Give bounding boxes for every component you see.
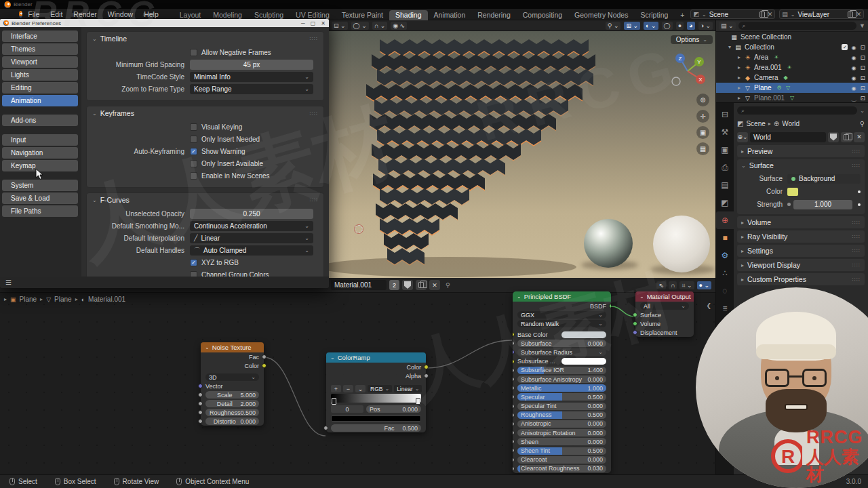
default-handles-dropdown[interactable]: ⌒Auto Clamped⌄ bbox=[190, 245, 313, 256]
node-noise-texture[interactable]: ⌄ Noise Texture Fac Color 3D⌄ bbox=[201, 342, 264, 426]
value-slider[interactable]: Sheen Tint 0.500 bbox=[517, 447, 606, 455]
new-copy-button[interactable] bbox=[841, 132, 852, 142]
material-name-field[interactable]: Material.001 bbox=[331, 280, 387, 290]
fake-user-shield-button[interactable] bbox=[828, 132, 839, 142]
collection-checkbox[interactable]: ✓ bbox=[842, 44, 848, 50]
snap-magnet-icon[interactable]: ∩ bbox=[669, 281, 677, 289]
input-socket[interactable] bbox=[513, 394, 515, 399]
sidebar-item[interactable]: Editing bbox=[2, 82, 78, 94]
collapsed-panel[interactable]: ▸ Viewport Display ∷∷ bbox=[737, 259, 865, 271]
sidebar-item[interactable]: Themes bbox=[2, 43, 78, 55]
shading-solid-button[interactable]: ● bbox=[676, 22, 684, 30]
disclosure-triangle-icon[interactable]: ▸ bbox=[735, 95, 743, 101]
color-swatch[interactable] bbox=[561, 331, 606, 338]
tab-particles[interactable]: ∴ bbox=[716, 264, 734, 282]
proportional-edit-icon[interactable]: ◉ ∿ bbox=[391, 22, 407, 30]
animate-dot[interactable] bbox=[858, 203, 861, 206]
collapsed-panel[interactable]: ▸ Volume ∷∷ bbox=[737, 216, 865, 228]
target-dropdown[interactable]: All⌄ bbox=[640, 302, 689, 310]
input-socket[interactable] bbox=[323, 426, 328, 430]
input-socket[interactable] bbox=[513, 341, 515, 346]
timecode-style-dropdown[interactable]: Minimal Info⌄ bbox=[190, 72, 313, 82]
tab-object[interactable]: ■ bbox=[716, 229, 734, 247]
output-socket[interactable] bbox=[424, 373, 429, 378]
input-socket[interactable] bbox=[513, 404, 515, 409]
preview-shading-icon[interactable]: ● ⌄ bbox=[697, 281, 711, 289]
eye-icon[interactable] bbox=[851, 64, 860, 71]
workspace-tab[interactable]: Scripting bbox=[634, 10, 674, 20]
camera-visibility-icon[interactable] bbox=[860, 64, 865, 71]
interpolation-dropdown[interactable]: Linear⌄ bbox=[394, 385, 422, 392]
fake-user-shield-button[interactable] bbox=[402, 280, 413, 290]
sidebar-item[interactable]: Add-ons bbox=[2, 115, 78, 126]
dimensions-dropdown[interactable]: 3D⌄ bbox=[205, 373, 259, 381]
output-socket[interactable] bbox=[262, 354, 267, 359]
allow-negative-frames-checkbox[interactable] bbox=[190, 49, 197, 56]
sidebar-item[interactable]: Animation bbox=[2, 95, 78, 106]
sidebar-item[interactable]: System bbox=[2, 180, 78, 191]
tab-render[interactable]: ▣ bbox=[716, 141, 734, 159]
color-mode-dropdown[interactable]: RGB⌄ bbox=[368, 385, 392, 392]
outliner-row[interactable]: ▸ Camera ◆ ✓ bbox=[716, 73, 868, 83]
input-socket[interactable] bbox=[198, 384, 203, 388]
collapse-icon[interactable]: ⌄ bbox=[517, 293, 521, 300]
default-smoothing-dropdown[interactable]: Continuous Acceleration⌄ bbox=[190, 221, 313, 231]
viewport-3d[interactable]: Options⌄ Z Y X ⊕ ✛ ▣ ▦ bbox=[329, 31, 715, 278]
tab-tool[interactable]: ⚒ bbox=[716, 123, 734, 141]
show-warning-checkbox[interactable]: ✓ bbox=[190, 148, 197, 155]
menu-item[interactable]: Help bbox=[138, 9, 164, 20]
value-slider[interactable]: Scale5.000 bbox=[205, 391, 259, 399]
value-slider[interactable]: Sheen 0.000 bbox=[517, 438, 606, 445]
camera-visibility-icon[interactable] bbox=[860, 54, 865, 61]
panel-surface-header[interactable]: ⌄ Surface ∷∷ bbox=[737, 159, 865, 171]
input-socket[interactable] bbox=[513, 386, 515, 390]
input-socket[interactable] bbox=[198, 392, 203, 397]
position-slider[interactable]: Pos0.000 bbox=[366, 405, 421, 413]
sidebar-item[interactable]: Save & Load bbox=[2, 192, 78, 204]
copy-icon[interactable] bbox=[760, 12, 765, 18]
output-socket[interactable] bbox=[609, 304, 611, 308]
menu-item[interactable]: File bbox=[22, 9, 45, 20]
menu-item[interactable]: Window bbox=[102, 9, 138, 20]
overlay-grid-icon[interactable]: ⌗ ⌄ bbox=[679, 281, 694, 289]
surface-shader-button[interactable]: Background bbox=[787, 174, 861, 184]
ramp-handle-left[interactable] bbox=[332, 398, 336, 405]
value-slider[interactable]: Subsurface 0.000 bbox=[517, 340, 606, 347]
hamburger-menu-icon[interactable]: ☰ bbox=[5, 279, 12, 286]
node-header[interactable]: ⌄ Material Output bbox=[635, 291, 694, 302]
snap-magnet-icon[interactable]: ∩ ⌄ bbox=[372, 22, 388, 30]
maximize-button[interactable]: ▢ bbox=[311, 20, 316, 26]
shader-editor[interactable]: Material.001 2 ✕ ⚲ ⇖ ∩ ⌗ ⌄ ● ⌄ ▸ ▣ Plane… bbox=[0, 278, 715, 474]
breadcrumb-scene[interactable]: Scene bbox=[746, 120, 765, 127]
section-header[interactable]: ⌄F-Curves ∷∷ bbox=[87, 193, 323, 207]
value-slider[interactable]: Metallic 1.000 bbox=[517, 384, 606, 392]
input-socket[interactable] bbox=[513, 439, 515, 444]
tab-world[interactable]: ⊕ bbox=[716, 211, 734, 229]
pin-icon[interactable]: ⚲ bbox=[860, 120, 865, 127]
options-button[interactable]: Options⌄ bbox=[671, 35, 713, 44]
close-icon[interactable]: ✕ bbox=[768, 11, 773, 18]
workspace-tab[interactable]: Geometry Nodes bbox=[568, 10, 634, 20]
fac-slider[interactable]: Fac0.500 bbox=[331, 424, 421, 432]
snap-target-icon[interactable]: ⇖ bbox=[656, 281, 666, 289]
node-principled-bsdf[interactable]: ⌄ Principled BSDF BSDF GGX⌄ Random Walk⌄… bbox=[513, 291, 611, 473]
new-copy-button[interactable] bbox=[416, 280, 427, 290]
input-socket[interactable] bbox=[513, 359, 515, 364]
collapse-icon[interactable]: ⌄ bbox=[639, 293, 644, 300]
camera-visibility-icon[interactable] bbox=[860, 74, 865, 81]
preferences-titlebar[interactable]: Blender Preferences ─ ▢ ✕ bbox=[0, 19, 329, 27]
value-slider[interactable]: Anisotropic 0.000 bbox=[517, 420, 606, 428]
enable-in-new-scenes-checkbox[interactable] bbox=[190, 172, 197, 180]
pin-icon[interactable]: ⚲ bbox=[446, 282, 450, 289]
eye-icon[interactable] bbox=[851, 84, 860, 92]
overlays-dropdown[interactable]: ◐ ⌄ bbox=[644, 22, 658, 30]
close-icon[interactable]: ✕ bbox=[856, 11, 861, 18]
collapse-icon[interactable]: ⌄ bbox=[330, 354, 335, 361]
menu-item[interactable]: Render bbox=[68, 9, 102, 20]
vector-dropdown[interactable]: Subsurface Radius⌄ bbox=[517, 348, 606, 356]
node-header[interactable]: ⌄ Principled BSDF bbox=[513, 291, 611, 302]
output-socket[interactable] bbox=[424, 365, 429, 369]
only-insert-available-checkbox[interactable] bbox=[190, 160, 197, 167]
tab-view-layer[interactable]: ▤ bbox=[716, 176, 734, 194]
distribution-dropdown[interactable]: GGX⌄ bbox=[517, 311, 606, 319]
